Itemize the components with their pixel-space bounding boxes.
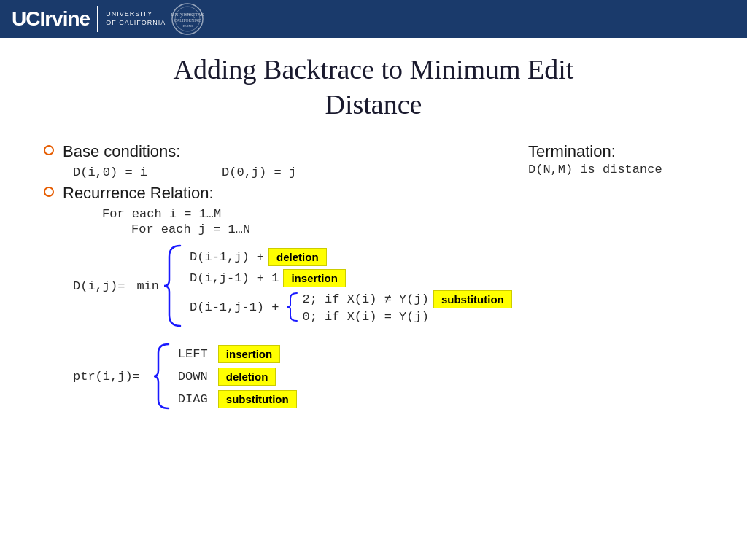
termination-label: Termination: xyxy=(528,142,703,161)
for-each-i: For each i = 1…M xyxy=(102,207,703,221)
insertion-badge-2: insertion xyxy=(218,345,280,363)
formula-line-2: D(i,j-1) + 1 insertion xyxy=(190,269,512,287)
ptr-brace-icon xyxy=(152,341,172,411)
svg-text:IRVINE: IRVINE xyxy=(182,24,194,28)
conditional-lines: 2; if X(i) ≠ Y(j) substitution 0; if X(i… xyxy=(302,290,511,324)
formula-line-3: D(i-1,j-1) + 2; if X(i) ≠ Y(j) substitut… xyxy=(190,290,512,324)
svg-text:CALIFORNIAE: CALIFORNIAE xyxy=(174,18,201,23)
base-conditions-label: Base conditions: xyxy=(63,142,180,161)
bullet-recurrence: Recurrence Relation: xyxy=(44,184,703,203)
min-label: min xyxy=(136,279,159,293)
logo-university-text: UNIVERSITY OF CALIFORNIA xyxy=(106,10,166,27)
ptr-diag-line: DIAG substitution xyxy=(178,390,297,408)
rhs-line1-formula: D(i-1,j) + xyxy=(190,250,264,264)
rhs-line2-formula: D(i,j-1) + 1 xyxy=(190,271,279,285)
termination-block: Termination: D(N,M) is distance xyxy=(484,142,703,178)
rhs-line3-rest: 2; if X(i) ≠ Y(j) xyxy=(302,292,428,306)
formula-rhs: D(i-1,j) + deletion D(i,j-1) + 1 inserti… xyxy=(190,246,512,325)
dij-lhs: D(i,j)= xyxy=(73,279,125,293)
substitution-badge-1: substitution xyxy=(433,290,512,308)
substitution-badge-2: substitution xyxy=(218,390,297,408)
rhs-line3-formula: D(i-1,j-1) + xyxy=(190,300,279,314)
conditions-block: Base conditions: D(i,0) = i D(0,j) = j xyxy=(44,142,484,181)
dij-formula: D(i,j)= min D(i-1,j) + deletion D(i,j-1)… xyxy=(73,242,703,330)
slide-title: Adding Backtrace to Minimum Edit Distanc… xyxy=(44,52,703,122)
inner-brace-icon xyxy=(286,291,299,323)
recurrence-section: Recurrence Relation: For each i = 1…M Fo… xyxy=(44,184,703,411)
bullet-base-conditions: Base conditions: xyxy=(44,142,484,161)
ptr-left-key: LEFT xyxy=(178,347,218,361)
deletion-badge-1: deletion xyxy=(268,248,327,266)
uci-seal-icon: UNIVERSITAS CALIFORNIAE IRVINE xyxy=(171,3,204,35)
ptr-lhs: ptr(i,j)= xyxy=(73,370,140,384)
rhs-line4: 0; if X(i) = Y(j) xyxy=(302,310,428,324)
ptr-formula: ptr(i,j)= LEFT insertion DOWN deletion xyxy=(73,341,703,411)
bullet-circle-recurrence-icon xyxy=(44,187,54,197)
insertion-badge-1: insertion xyxy=(283,269,345,287)
condition-line-1: 2; if X(i) ≠ Y(j) substitution xyxy=(302,290,511,308)
ptr-down-key: DOWN xyxy=(178,370,218,384)
logo-uci-text: UCIrvine xyxy=(12,7,90,31)
ptr-diag-key: DIAG xyxy=(178,392,218,406)
for-each-j: For each j = 1…N xyxy=(131,222,703,236)
condition-line-2: 0; if X(i) = Y(j) xyxy=(302,310,511,324)
conditions-termination-row: Base conditions: D(i,0) = i D(0,j) = j T… xyxy=(44,142,703,181)
svg-text:UNIVERSITAS: UNIVERSITAS xyxy=(171,12,204,18)
deletion-badge-2: deletion xyxy=(218,368,276,386)
logo: UCIrvine UNIVERSITY OF CALIFORNIA UNIVER… xyxy=(12,3,204,35)
logo-separator xyxy=(97,6,98,32)
formula-line-1: D(i-1,j) + deletion xyxy=(190,248,512,266)
left-brace-icon xyxy=(162,242,184,330)
base-conditions-formula: D(i,0) = i D(0,j) = j xyxy=(73,166,484,179)
ptr-down-line: DOWN deletion xyxy=(178,368,297,386)
slide-content: Adding Backtrace to Minimum Edit Distanc… xyxy=(0,38,747,426)
ptr-left-line: LEFT insertion xyxy=(178,345,297,363)
bullet-circle-icon xyxy=(44,145,54,155)
ptr-rhs: LEFT insertion DOWN deletion DIAG substi… xyxy=(178,343,297,411)
header: UCIrvine UNIVERSITY OF CALIFORNIA UNIVER… xyxy=(0,0,747,38)
termination-formula: D(N,M) is distance xyxy=(528,163,703,176)
recurrence-label: Recurrence Relation: xyxy=(63,184,214,203)
